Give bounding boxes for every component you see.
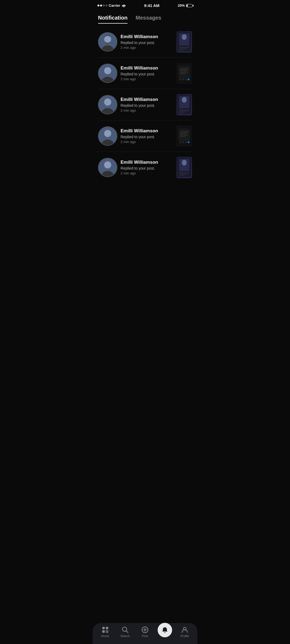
notif-name: Emilli Williamson	[121, 97, 173, 102]
svg-rect-38	[180, 131, 189, 132]
svg-rect-8	[179, 49, 186, 49]
signal-dot-4	[106, 5, 107, 6]
svg-rect-32	[179, 113, 184, 113]
svg-point-34	[104, 130, 111, 137]
svg-rect-53	[179, 173, 189, 174]
signal-dots	[97, 5, 107, 6]
svg-point-45	[185, 141, 187, 143]
svg-rect-9	[179, 50, 184, 50]
avatar	[98, 126, 117, 146]
notification-thumbnail	[176, 63, 192, 84]
avatar	[98, 64, 117, 83]
svg-rect-30	[179, 110, 189, 111]
avatar	[98, 158, 117, 177]
svg-rect-17	[180, 72, 188, 73]
tab-notification[interactable]: Notification	[98, 15, 128, 24]
notif-name: Emilli Williamson	[121, 128, 173, 134]
notif-name: Emilli Williamson	[121, 34, 173, 39]
notif-time: 2 min ago	[121, 46, 173, 50]
notif-time: 2 min ago	[121, 77, 173, 81]
time-display: 9:41 AM	[144, 3, 160, 8]
svg-point-21	[182, 79, 184, 80]
signal-dot-2	[100, 5, 102, 6]
svg-point-20	[179, 79, 181, 80]
svg-point-6	[182, 34, 187, 40]
svg-point-25	[104, 98, 111, 105]
svg-rect-41	[180, 136, 185, 137]
signal-dot-1	[97, 5, 99, 6]
notification-content: Emilli Williamson Replied to your post. …	[121, 97, 173, 112]
notif-time: 2 min ago	[121, 171, 173, 175]
notif-action: Replied to your post.	[121, 72, 173, 76]
notification-content: Emilli Williamson Replied to your post. …	[121, 65, 173, 81]
notification-item[interactable]: Emilli Williamson Replied to your post. …	[97, 58, 193, 89]
svg-point-43	[179, 141, 181, 143]
carrier-label: Carrier	[109, 3, 120, 8]
notif-name: Emilli Williamson	[121, 65, 173, 71]
notification-content: Emilli Williamson Replied to your post. …	[121, 160, 173, 175]
svg-rect-54	[179, 174, 186, 175]
notif-name: Emilli Williamson	[121, 160, 173, 165]
svg-point-23	[188, 79, 190, 80]
notif-time: 2 min ago	[121, 108, 173, 112]
notification-item[interactable]: Emilli Williamson Replied to your post. …	[97, 89, 193, 120]
status-left: Carrier	[97, 3, 126, 8]
notif-action: Replied to your post.	[121, 103, 173, 108]
svg-rect-7	[179, 47, 189, 48]
svg-point-29	[182, 97, 187, 103]
svg-rect-40	[180, 135, 188, 136]
notif-time: 2 min ago	[121, 140, 173, 144]
svg-point-52	[182, 160, 187, 166]
svg-point-48	[104, 161, 111, 168]
svg-rect-18	[180, 73, 185, 74]
notification-content: Emilli Williamson Replied to your post. …	[121, 128, 173, 144]
tab-bar: Notification Messages	[93, 9, 197, 24]
notif-action: Replied to your post.	[121, 135, 173, 139]
battery-fill	[187, 5, 188, 7]
signal-dot-3	[103, 5, 105, 6]
battery-icon	[186, 4, 193, 7]
notif-action: Replied to your post.	[121, 41, 173, 45]
notification-thumbnail	[176, 157, 192, 178]
svg-point-22	[185, 79, 187, 80]
notification-thumbnail	[176, 125, 192, 147]
notification-thumbnail	[176, 31, 192, 53]
svg-rect-15	[180, 69, 189, 69]
wifi-icon	[122, 4, 126, 7]
svg-point-46	[188, 141, 190, 143]
notification-thumbnail	[176, 94, 192, 115]
notification-list: Emilli Williamson Replied to your post. …	[93, 24, 197, 186]
notification-content: Emilli Williamson Replied to your post. …	[121, 34, 173, 50]
notification-item[interactable]: Emilli Williamson Replied to your post. …	[97, 152, 193, 183]
notification-item[interactable]: Emilli Williamson Replied to your post. …	[97, 120, 193, 152]
notification-item[interactable]: Emilli Williamson Replied to your post. …	[97, 26, 193, 57]
svg-rect-31	[179, 111, 186, 112]
svg-point-44	[182, 141, 184, 143]
svg-rect-16	[180, 71, 187, 71]
avatar	[98, 32, 117, 52]
avatar	[98, 95, 117, 114]
status-bar: Carrier 9:41 AM 20%	[93, 0, 197, 9]
battery-percent: 20%	[178, 3, 185, 8]
notif-action: Replied to your post.	[121, 166, 173, 170]
svg-rect-55	[179, 175, 184, 176]
svg-point-11	[104, 67, 111, 74]
status-right: 20%	[178, 3, 193, 8]
svg-point-3	[104, 36, 111, 43]
svg-rect-39	[180, 133, 187, 134]
tab-messages[interactable]: Messages	[136, 15, 161, 24]
